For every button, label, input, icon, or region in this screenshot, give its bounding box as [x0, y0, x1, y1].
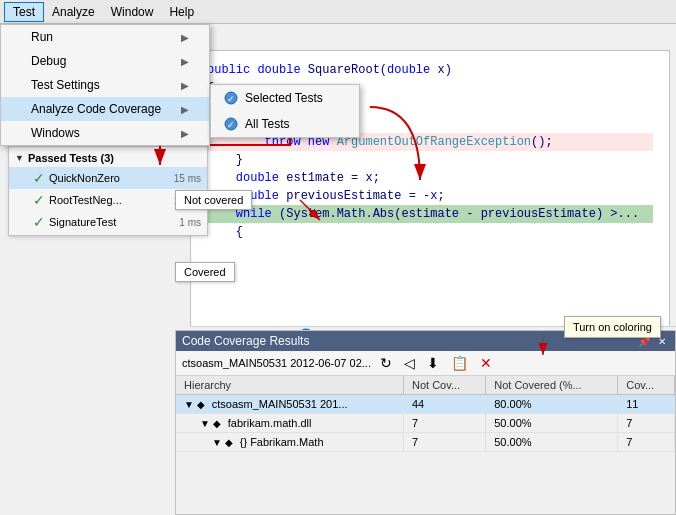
code-line: double previousEstimate = -x;	[207, 187, 653, 205]
pass-icon: ✓	[33, 214, 45, 230]
code-line: public double SquareRoot(double x)	[207, 61, 653, 79]
expand-icon: ▼	[15, 153, 24, 163]
col-hierarchy[interactable]: Hierarchy	[176, 376, 403, 395]
menu-analyze[interactable]: Analyze	[44, 3, 103, 21]
coverage-table: Hierarchy Not Cov... Not Covered (%... C…	[176, 376, 675, 452]
coverage-submenu: ✓ Selected Tests ✓ All Tests	[210, 84, 360, 138]
callout-covered: Covered	[175, 262, 235, 282]
svg-text:✓: ✓	[227, 94, 235, 104]
covered-label: Covered	[184, 266, 226, 278]
menu-help[interactable]: Help	[161, 3, 202, 21]
row-not-cov-pct: 50.00%	[486, 433, 618, 452]
row-icon: ▼ ◆	[200, 418, 221, 429]
callout-turn-coloring: Turn on coloring	[564, 316, 661, 338]
callout-not-covered: Not covered	[175, 190, 252, 210]
row-not-cov: 7	[403, 414, 485, 433]
back-button[interactable]: ◁	[401, 354, 418, 372]
export-button[interactable]: ⬇	[424, 354, 442, 372]
row-not-cov: 44	[403, 395, 485, 414]
test-item-quicknonzero[interactable]: ✓ QuickNonZero 15 ms	[9, 167, 207, 189]
test-time: 1 ms	[179, 217, 201, 228]
dropdown-windows[interactable]: Windows ▶	[1, 121, 209, 145]
code-content: public double SquareRoot(double x) { if …	[191, 51, 669, 251]
submenu-all-label: All Tests	[245, 117, 289, 131]
test-label: SignatureTest	[49, 216, 116, 228]
pass-icon: ✓	[33, 170, 45, 186]
not-covered-label: Not covered	[184, 194, 243, 206]
refresh-cov-button[interactable]: ↻	[377, 354, 395, 372]
arrow-icon: ▶	[181, 80, 189, 91]
row-cov: 11	[618, 395, 675, 414]
submenu-all-tests[interactable]: ✓ All Tests	[211, 111, 359, 137]
arrow-icon: ▶	[181, 104, 189, 115]
coverage-row[interactable]: ▼ ◆ ctsoasm_MAIN50531 201... 44 80.00% 1…	[176, 395, 675, 414]
row-icon: ▼ ◆	[184, 399, 205, 410]
test-label: RootTestNeg...	[49, 194, 122, 206]
row-not-cov-pct: 50.00%	[486, 414, 618, 433]
row-hierarchy: ▼ ◆ fabrikam.math.dll	[176, 414, 403, 433]
test-time: 15 ms	[174, 173, 201, 184]
test-group-passed[interactable]: ▼ Passed Tests (3)	[9, 149, 207, 167]
test-icon: ✓	[223, 90, 239, 106]
menu-window[interactable]: Window	[103, 3, 162, 21]
code-line-covered-green: while (System.Math.Abs(estimate - previo…	[207, 205, 653, 223]
test-name: ✓ RootTestNeg...	[33, 192, 122, 208]
coverage-row[interactable]: ▼ ◆ fabrikam.math.dll 7 50.00% 7	[176, 414, 675, 433]
svg-text:✓: ✓	[227, 120, 235, 130]
arrow-icon: ▶	[181, 128, 189, 139]
row-not-cov-pct: 80.00%	[486, 395, 618, 414]
col-not-cov[interactable]: Not Cov...	[403, 376, 485, 395]
turn-coloring-label: Turn on coloring	[573, 321, 652, 333]
test-label: QuickNonZero	[49, 172, 120, 184]
coverage-panel-title: Code Coverage Results	[182, 334, 309, 348]
dropdown-run[interactable]: Run ▶	[1, 25, 209, 49]
code-line: {	[207, 223, 653, 241]
dropdown-test-settings[interactable]: Test Settings ▶	[1, 73, 209, 97]
test-name: ✓ QuickNonZero	[33, 170, 120, 186]
close-cov-button[interactable]: ✕	[477, 354, 495, 372]
menu-test[interactable]: Test	[4, 2, 44, 22]
code-line: double est1mate = x;	[207, 169, 653, 187]
row-not-cov: 7	[403, 433, 485, 452]
row-hierarchy: ▼ ◆ {} Fabrikam.Math	[176, 433, 403, 452]
col-cov[interactable]: Cov...	[618, 376, 675, 395]
coverage-toolbar: ctsoasm_MAIN50531 2012-06-07 02... ↻ ◁ ⬇…	[176, 351, 675, 376]
submenu-selected-tests[interactable]: ✓ Selected Tests	[211, 85, 359, 111]
test-icon: ✓	[223, 116, 239, 132]
dropdown-debug[interactable]: Debug ▶	[1, 49, 209, 73]
menu-bar: Test Analyze Window Help	[0, 0, 676, 24]
pass-icon: ✓	[33, 192, 45, 208]
arrow-icon: ▶	[181, 56, 189, 67]
code-line: }	[207, 151, 653, 169]
coverage-filename: ctsoasm_MAIN50531 2012-06-07 02...	[182, 357, 371, 369]
test-name: ✓ SignatureTest	[33, 214, 116, 230]
test-dropdown-menu: Run ▶ Debug ▶ Test Settings ▶ Analyze Co…	[0, 24, 210, 146]
copy-button[interactable]: 📋	[448, 354, 471, 372]
row-cov: 7	[618, 414, 675, 433]
row-cov: 7	[618, 433, 675, 452]
row-hierarchy: ▼ ◆ ctsoasm_MAIN50531 201...	[176, 395, 403, 414]
test-item-signaturetest[interactable]: ✓ SignatureTest 1 ms	[9, 211, 207, 233]
test-group-label: Passed Tests (3)	[28, 152, 114, 164]
row-icon: ▼ ◆	[212, 437, 233, 448]
col-not-cov-pct[interactable]: Not Covered (%...	[486, 376, 618, 395]
submenu-selected-label: Selected Tests	[245, 91, 323, 105]
dropdown-analyze-coverage[interactable]: Analyze Code Coverage ▶	[1, 97, 209, 121]
coverage-panel: Code Coverage Results 📌 ✕ ctsoasm_MAIN50…	[175, 330, 676, 515]
arrow-icon: ▶	[181, 32, 189, 43]
coverage-row[interactable]: ▼ ◆ {} Fabrikam.Math 7 50.00% 7	[176, 433, 675, 452]
